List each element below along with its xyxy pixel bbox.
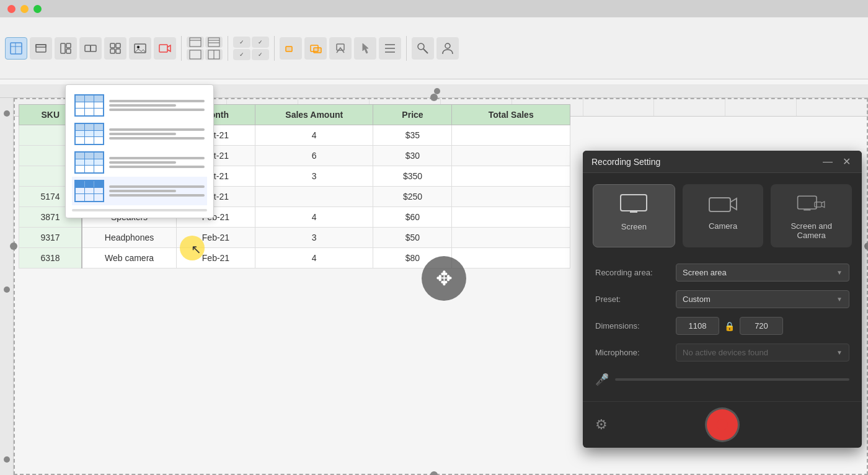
cell-sku[interactable]: 6318 [19, 248, 82, 269]
style-option-4[interactable] [72, 177, 207, 205]
settings-gear-icon[interactable]: ⚙ [595, 417, 608, 433]
cell-price[interactable]: $60 [373, 207, 452, 228]
svg-rect-10 [110, 43, 115, 48]
maximize-button[interactable] [33, 5, 42, 13]
cell-price[interactable]: $350 [373, 166, 452, 187]
layout-opt3-icon[interactable] [187, 49, 204, 60]
col-header-price: Price [373, 105, 452, 125]
col-l [797, 98, 868, 116]
svg-rect-22 [190, 50, 201, 59]
mode-screen-camera[interactable]: Screen and Camera [771, 184, 852, 247]
cell-total-sales[interactable] [452, 187, 570, 207]
cell-price[interactable]: $250 [373, 187, 452, 207]
svg-point-34 [445, 43, 450, 48]
recording-area-arrow: ▼ [836, 269, 843, 276]
cell-sales-amount[interactable]: 3 [255, 228, 373, 248]
frame-icon[interactable] [30, 37, 52, 60]
screen-mode-label: Screen [621, 222, 647, 231]
col-header-sales-amount: Sales Amount [255, 105, 373, 125]
svg-rect-5 [61, 43, 65, 53]
vertical-ruler [0, 98, 14, 475]
mode-camera[interactable]: Camera [683, 184, 764, 247]
shape3-icon[interactable] [329, 37, 352, 60]
svg-rect-12 [110, 49, 115, 53]
cell-product[interactable]: Headphones [82, 228, 176, 248]
check4-icon[interactable]: ✓ [252, 49, 269, 60]
panel-close-button[interactable]: ✕ [840, 156, 853, 167]
cell-sales-amount[interactable]: 4 [255, 248, 373, 269]
cell-total-sales[interactable] [452, 207, 570, 228]
table-icon[interactable] [5, 37, 27, 60]
main-area: ✓ ✓ ✓ ✓ [0, 17, 868, 475]
svg-rect-16 [159, 45, 167, 52]
style-option-1[interactable] [72, 91, 207, 120]
check2-icon[interactable]: ✓ [252, 37, 269, 48]
layout-opt4-icon[interactable] [205, 49, 223, 60]
shape1-icon[interactable] [280, 37, 302, 60]
align-icon[interactable] [379, 37, 401, 60]
panel-minimize-button[interactable]: — [820, 156, 835, 167]
cell-price[interactable]: $50 [373, 228, 452, 248]
svg-rect-17 [190, 38, 201, 47]
cell-sku[interactable]: 9317 [19, 228, 82, 248]
layout-opt1-icon[interactable] [187, 37, 204, 48]
group-icon[interactable] [104, 37, 126, 60]
preset-arrow: ▼ [836, 296, 843, 303]
col-j [654, 98, 725, 116]
user-icon[interactable] [436, 37, 459, 60]
microphone-dropdown[interactable]: No active devices found ▼ [676, 344, 849, 362]
check3-icon[interactable]: ✓ [233, 49, 250, 60]
panel-title: Recording Setting [591, 157, 660, 167]
record-button[interactable] [707, 409, 738, 440]
style-option-2[interactable] [72, 120, 207, 148]
table-style-popup [65, 84, 214, 218]
panel-titlebar: Recording Setting — ✕ [583, 151, 862, 173]
recording-area-dropdown[interactable]: Screen area ▼ [676, 264, 849, 282]
cursor-arrow: ↖ [191, 242, 202, 257]
check1-icon[interactable]: ✓ [233, 37, 250, 48]
record-button-icon [717, 419, 728, 430]
double-frame-icon[interactable] [79, 37, 102, 60]
cell-total-sales[interactable] [452, 166, 570, 187]
dimension-height-input[interactable] [740, 317, 783, 335]
cell-sales-amount[interactable] [255, 187, 373, 207]
shape2-icon[interactable] [304, 37, 327, 60]
cell-total-sales[interactable] [452, 228, 570, 248]
title-bar [0, 0, 868, 17]
cell-price[interactable]: $35 [373, 125, 452, 146]
cell-price[interactable]: $30 [373, 146, 452, 166]
table-row: 9317HeadphonesFeb-213$50 [19, 228, 570, 248]
layout-opt2-icon[interactable] [205, 37, 223, 48]
minimize-button[interactable] [20, 5, 29, 13]
screen-camera-mode-label: Screen and Camera [781, 221, 842, 240]
cell-sales-amount[interactable]: 6 [255, 146, 373, 166]
svg-rect-39 [797, 196, 816, 209]
view-icon[interactable] [412, 37, 434, 60]
pointer-icon[interactable] [354, 37, 376, 60]
microphone-label: Microphone: [595, 348, 670, 357]
svg-rect-27 [314, 48, 321, 53]
toolbar: ✓ ✓ ✓ ✓ [0, 17, 868, 79]
panel-controls: — ✕ [820, 156, 853, 167]
cell-product[interactable]: Web camera [82, 248, 176, 269]
cell-sales-amount[interactable]: 4 [255, 207, 373, 228]
dimension-width-input[interactable] [676, 317, 719, 335]
preset-dropdown[interactable]: Custom ▼ [676, 290, 849, 308]
microphone-icon: 🎤 [595, 373, 609, 386]
mode-screen[interactable]: Screen [593, 184, 675, 247]
style-option-3[interactable] [72, 148, 207, 177]
svg-rect-0 [11, 43, 22, 54]
cell-sales-amount[interactable]: 3 [255, 166, 373, 187]
cell-sales-amount[interactable]: 4 [255, 125, 373, 146]
microphone-arrow: ▼ [836, 349, 843, 356]
svg-rect-7 [66, 49, 71, 53]
layout-icon[interactable] [55, 37, 77, 60]
cell-total-sales[interactable] [452, 146, 570, 166]
image-icon[interactable] [129, 37, 151, 60]
ruler-marker-top [4, 110, 10, 117]
cell-total-sales[interactable] [452, 125, 570, 146]
close-button[interactable] [7, 5, 16, 13]
border-marker-right [864, 242, 868, 250]
video-icon[interactable] [154, 37, 176, 60]
cell-total-sales[interactable] [452, 248, 570, 269]
